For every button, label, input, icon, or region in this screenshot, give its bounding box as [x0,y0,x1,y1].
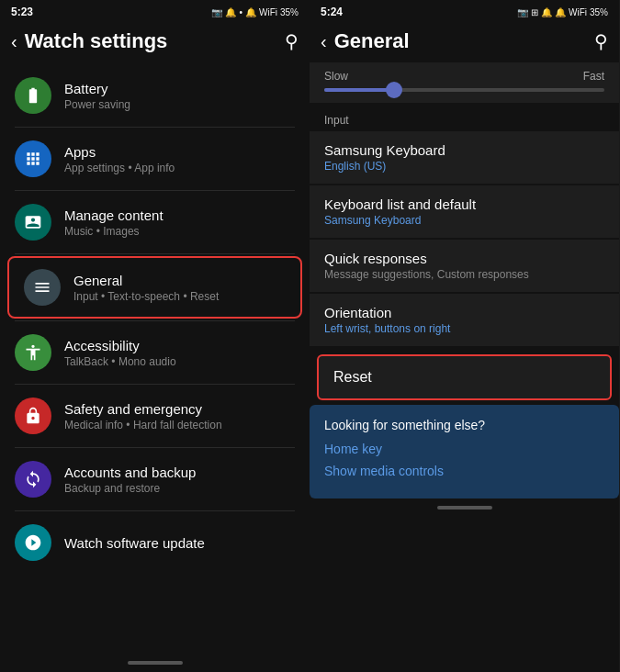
settings-item-safety[interactable]: Safety and emergency Medical info • Hard… [0,386,310,445]
looking-section: Looking for something else? Home key Sho… [310,405,619,498]
watch-update-icon [15,524,51,561]
camera-icon: 📷 [211,7,222,17]
quick-responses-subtitle: Message suggestions, Custom responses [324,268,604,281]
safety-subtitle: Medical info • Hard fall detection [64,419,295,431]
general-subtitle: Input • Text-to-speech • Reset [73,290,286,303]
right-panel: 5:24 📷 ⊞ 🔔 🔔 WiFi 35% ‹ General ⚲ Slow F… [310,0,619,672]
manage-content-subtitle: Music • Images [64,225,295,238]
safety-title: Safety and emergency [64,401,295,417]
accessibility-icon [15,334,51,371]
status-bar-right: 5:24 📷 ⊞ 🔔 🔔 WiFi 35% [310,0,619,22]
status-time-right: 5:24 [321,6,343,18]
slider-section: Slow Fast [310,62,619,103]
apps-icon [15,140,51,177]
wifi-signal-right: WiFi [569,7,587,17]
samsung-keyboard-title: Samsung Keyboard [324,142,604,158]
battery-icon [15,77,51,114]
accessibility-text: Accessibility TalkBack • Mono audio [64,338,295,368]
bottom-bar-left [0,654,310,672]
quick-responses-title: Quick responses [324,251,604,266]
battery-subtitle: Power saving [64,98,295,111]
vibrate-icon-right: 🔔 [555,7,566,17]
samsung-keyboard-subtitle: English (US) [324,160,604,173]
orientation-subtitle: Left wrist, buttons on right [324,322,604,335]
battery-text: Battery Power saving [64,81,295,111]
reset-title: Reset [333,369,595,386]
settings-item-battery[interactable]: Battery Power saving [0,66,310,125]
battery-title: Battery [64,81,295,96]
safety-text: Safety and emergency Medical info • Hard… [64,401,295,431]
slider-fill [324,88,394,92]
menu-item-samsung-keyboard[interactable]: Samsung Keyboard English (US) [310,131,619,184]
bottom-indicator-right [437,506,492,510]
accounts-title: Accounts and backup [64,465,295,480]
apps-icon-right: ⊞ [531,7,538,17]
bell-icon-right: 🔔 [541,7,552,17]
notification-icon: 🔔 [225,7,236,17]
general-icon [24,269,61,306]
nav-bar-right: ‹ General ⚲ [310,22,619,62]
orientation-title: Orientation [324,305,604,320]
page-title-left: Watch settings [25,29,285,53]
slider-thumb[interactable] [386,82,402,98]
keyboard-list-subtitle: Samsung Keyboard [324,214,604,227]
back-button-right[interactable]: ‹ [321,31,327,52]
general-text: General Input • Text-to-speech • Reset [73,273,286,303]
wifi-icon: WiFi [259,7,277,17]
keyboard-list-title: Keyboard list and default [324,196,604,212]
status-time-left: 5:23 [11,6,33,18]
status-icons-right: 📷 ⊞ 🔔 🔔 WiFi 35% [517,7,608,17]
settings-item-accounts[interactable]: Accounts and backup Backup and restore [0,450,310,509]
status-icons-left: 📷 🔔 • 🔔 WiFi 35% [211,7,299,17]
settings-item-general[interactable]: General Input • Text-to-speech • Reset [7,256,302,319]
settings-item-apps[interactable]: Apps App settings • App info [0,129,310,188]
looking-title: Looking for something else? [324,418,604,432]
apps-text: Apps App settings • App info [64,144,295,174]
nav-bar-left: ‹ Watch settings ⚲ [0,22,310,62]
settings-list-left: Battery Power saving Apps App settings •… [0,62,310,654]
left-panel: 5:23 📷 🔔 • 🔔 WiFi 35% ‹ Watch settings ⚲… [0,0,310,672]
camera-icon-right: 📷 [517,7,528,17]
status-bar-left: 5:23 📷 🔔 • 🔔 WiFi 35% [0,0,310,22]
apps-title: Apps [64,144,295,160]
bottom-bar-right [310,498,619,517]
bottom-indicator-left [128,661,183,665]
general-title: General [73,273,286,288]
settings-item-watch-update[interactable]: Watch software update [0,513,310,572]
apps-subtitle: App settings • App info [64,162,295,174]
manage-content-text: Manage content Music • Images [64,207,295,238]
watch-update-text: Watch software update [64,535,295,551]
accessibility-subtitle: TalkBack • Mono audio [64,355,295,368]
accounts-subtitle: Backup and restore [64,482,295,495]
settings-item-accessibility[interactable]: Accessibility TalkBack • Mono audio [0,323,310,382]
show-media-controls-link[interactable]: Show media controls [324,464,604,478]
menu-item-keyboard-list[interactable]: Keyboard list and default Samsung Keyboa… [310,185,619,238]
slider-label-fast: Fast [583,70,604,83]
slider-labels: Slow Fast [324,70,604,83]
battery-text-left: 35% [280,7,299,17]
manage-content-title: Manage content [64,207,295,223]
manage-content-icon [15,204,51,241]
search-button-left[interactable]: ⚲ [285,30,299,52]
accounts-icon [15,461,51,498]
menu-item-quick-responses[interactable]: Quick responses Message suggestions, Cus… [310,240,619,292]
safety-icon [15,398,51,434]
vibrate-icon: 🔔 [245,7,256,17]
search-button-right[interactable]: ⚲ [594,30,608,52]
settings-item-manage-content[interactable]: Manage content Music • Images [0,193,310,252]
bullet-icon: • [239,7,242,17]
home-key-link[interactable]: Home key [324,442,604,456]
watch-update-title: Watch software update [64,535,295,551]
slider-label-slow: Slow [324,70,348,83]
accessibility-title: Accessibility [64,338,295,353]
back-button-left[interactable]: ‹ [11,31,17,52]
slider-track[interactable] [324,88,604,92]
reset-item[interactable]: Reset [317,354,612,400]
battery-text-right: 35% [590,7,608,17]
accounts-text: Accounts and backup Backup and restore [64,465,295,495]
page-title-right: General [334,29,594,53]
menu-item-orientation[interactable]: Orientation Left wrist, buttons on right [310,294,619,346]
input-section-label: Input [310,105,619,130]
